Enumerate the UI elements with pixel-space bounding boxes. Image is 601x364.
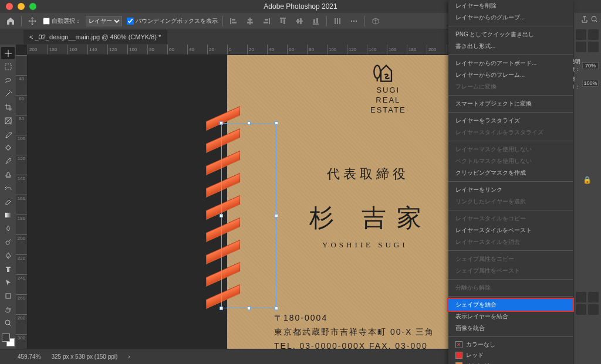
eyedropper-tool-icon[interactable] [1,128,15,140]
move-tool-icon[interactable] [1,47,15,59]
svg-rect-24 [5,64,11,70]
svg-rect-5 [247,22,253,23]
panel-icon[interactable] [576,304,586,315]
lasso-tool-icon[interactable] [1,74,15,86]
stamp-tool-icon[interactable] [1,168,15,181]
eraser-tool-icon[interactable] [1,195,15,207]
context-menu-item[interactable]: 画像を統合 [448,322,573,334]
minimize-window-button[interactable] [18,3,25,10]
move-tool-icon [26,15,38,27]
stripe-shapes [206,114,240,314]
show-bounding-box-checkbox[interactable]: バウンディングボックスを表示 [127,17,218,25]
context-menu-item[interactable]: レイヤーからのフレーム... [448,69,573,81]
svg-point-30 [5,320,10,325]
align-top-icon[interactable] [277,15,289,27]
context-menu-item[interactable]: レイヤーをリンク [448,184,573,196]
context-menu-color-item[interactable]: ✕カラーなし [448,339,573,350]
svg-rect-14 [300,18,302,24]
document-info: 325 px x 538 px (150 ppi) [51,353,117,360]
auto-select-checkbox[interactable]: 自動選択： [43,17,81,25]
context-menu-color-item[interactable]: オレンジ [448,360,573,364]
share-icon[interactable] [580,15,589,23]
home-icon[interactable] [5,15,16,27]
color-swatches[interactable] [2,334,15,346]
distribute-icon[interactable] [332,15,343,27]
hand-tool-icon[interactable] [1,303,15,315]
zip-text: 〒180-0004 [274,311,434,325]
panel-icon[interactable] [576,292,586,302]
close-window-button[interactable] [6,3,13,10]
svg-rect-7 [265,19,268,21]
magic-wand-tool-icon[interactable] [1,87,15,100]
opacity-field[interactable]: 透明度： [570,58,599,73]
context-menu-item[interactable]: レイヤーからのグループ... [448,12,573,23]
context-menu-color-item[interactable]: レッド [448,350,573,360]
context-menu-item: レイヤーマスクを使用しない [448,144,573,155]
separator [222,16,223,26]
zoom-level[interactable]: 459.74% [18,353,40,360]
gradient-tool-icon[interactable] [1,209,15,221]
history-brush-tool-icon[interactable] [1,182,15,194]
context-menu-item[interactable]: クリッピングマスクを作成 [448,167,573,179]
context-menu-item[interactable]: 書き出し形式... [448,40,573,52]
app-title: Adobe Photoshop 2021 [264,2,337,11]
panel-icon[interactable] [588,292,599,302]
align-right-icon[interactable] [261,15,272,27]
foreground-color-swatch[interactable] [2,334,10,342]
context-menu-item: ベクトルマスクを使用しない [448,155,573,167]
context-menu-item[interactable]: レイヤースタイルをペースト [448,224,573,236]
pen-tool-icon[interactable] [1,249,15,261]
crop-tool-icon[interactable] [1,101,15,113]
context-menu-item: レイヤースタイルをラスタライズ [448,127,573,138]
document-tab[interactable]: < _02_design__main.jpg @ 460% (CMYK/8) * [23,30,167,44]
align-bottom-icon[interactable] [310,15,322,27]
auto-select-target-dropdown[interactable]: レイヤー [86,16,122,26]
context-menu-item[interactable]: 表示レイヤーを結合 [448,311,573,322]
context-menu-item[interactable]: レイヤーを削除 [448,0,573,12]
panel-icon[interactable] [588,42,599,52]
3d-mode-icon[interactable] [370,15,381,27]
svg-rect-3 [249,18,251,25]
svg-rect-10 [281,19,282,23]
chevron-right-icon[interactable]: › [128,353,130,360]
path-selection-tool-icon[interactable] [1,276,15,288]
context-menu-item[interactable]: レイヤーをラスタライズ [448,115,573,127]
more-options-icon[interactable] [348,15,360,27]
vertical-ruler: 4060801001201401601802002202402602803003… [16,55,28,349]
blur-tool-icon[interactable] [1,222,15,234]
context-menu-item[interactable]: シェイプを結合 [448,299,573,311]
search-icon[interactable] [590,15,599,23]
svg-rect-9 [280,18,286,19]
svg-rect-2 [232,22,237,23]
svg-rect-19 [337,18,338,24]
zoom-tool-icon[interactable] [1,317,15,329]
align-hcenter-icon[interactable] [244,15,256,27]
brush-tool-icon[interactable] [1,155,15,167]
type-tool-icon[interactable] [1,263,15,275]
fullscreen-window-button[interactable] [29,3,36,10]
opacity-input[interactable] [582,62,599,69]
svg-rect-15 [313,23,319,25]
fill-input[interactable] [582,80,599,87]
panel-icon[interactable] [588,304,599,315]
marquee-tool-icon[interactable] [1,60,15,73]
align-left-icon[interactable] [228,15,239,27]
panel-icon[interactable] [588,29,599,40]
fill-field[interactable]: 塗り： [570,76,599,91]
svg-point-23 [356,21,357,22]
panel-icon[interactable] [576,29,586,40]
separator [364,16,365,26]
healing-tool-icon[interactable] [1,141,15,154]
right-panels-column: 透明度： 塗り： 🔒 [573,13,601,364]
panel-icon[interactable] [576,42,586,52]
rectangle-tool-icon[interactable] [1,290,15,302]
frame-tool-icon[interactable] [1,114,15,127]
context-menu-item[interactable]: レイヤーからのアートボード... [448,57,573,69]
context-menu-item: レイヤースタイルを消去 [448,236,573,248]
svg-rect-29 [6,294,11,298]
context-menu-item[interactable]: PNG としてクイック書き出し [448,29,573,40]
dodge-tool-icon[interactable] [1,236,15,248]
align-vcenter-icon[interactable] [293,15,305,27]
context-menu-item[interactable]: スマートオブジェクトに変換 [448,98,573,110]
lock-icon[interactable]: 🔒 [576,176,599,184]
